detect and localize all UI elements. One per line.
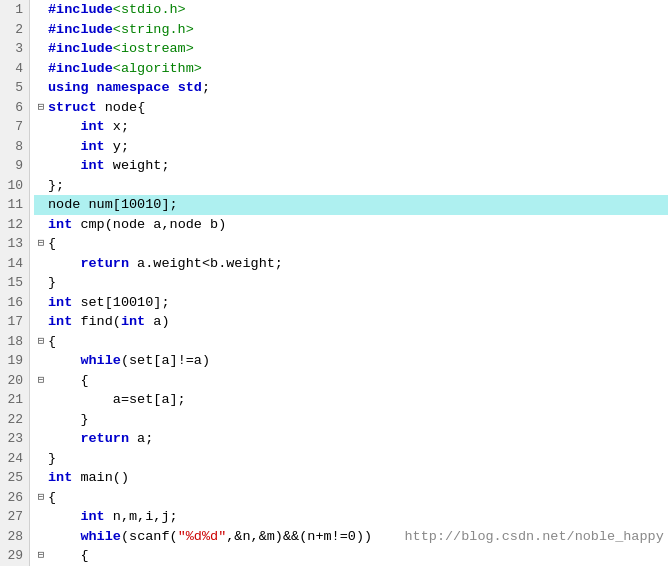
code-token: set: [72, 293, 104, 313]
line-number: 28: [6, 527, 23, 547]
code-token: "%d%d": [178, 527, 227, 547]
code-token: ;: [202, 78, 210, 98]
code-token: a): [145, 312, 169, 332]
fold-gutter[interactable]: ⊟: [34, 488, 48, 508]
code-token: int: [48, 312, 72, 332]
code-token: {: [48, 332, 56, 352]
line-number: 14: [6, 254, 23, 274]
line-number-gutter: 1234567891011121314151617181920212223242…: [0, 0, 30, 566]
line-number: 12: [6, 215, 23, 235]
code-token: [48, 117, 80, 137]
code-line: ⊟ {: [34, 546, 668, 566]
code-line: int main(): [34, 468, 668, 488]
fold-gutter[interactable]: ⊟: [34, 546, 48, 566]
line-number: 1: [6, 0, 23, 20]
code-token: #include: [48, 59, 113, 79]
code-token: n,m,i,j;: [105, 507, 178, 527]
code-line: ⊟{: [34, 488, 668, 508]
code-token: node: [48, 195, 80, 215]
code-token: a;: [129, 429, 153, 449]
line-number: 11: [6, 195, 23, 215]
code-line: int cmp(node a,node b): [34, 215, 668, 235]
code-token: weight;: [105, 156, 170, 176]
code-line: node num[10010];: [34, 195, 668, 215]
code-token: {: [80, 371, 88, 391]
code-line: int x;: [34, 117, 668, 137]
code-token: int: [80, 137, 104, 157]
code-token: int: [48, 215, 72, 235]
line-number: 23: [6, 429, 23, 449]
fold-gutter[interactable]: ⊟: [34, 98, 48, 118]
fold-gutter[interactable]: ⊟: [34, 371, 48, 391]
code-line: }: [34, 449, 668, 469]
code-token: #include: [48, 0, 113, 20]
code-token: while: [80, 527, 121, 547]
code-line: return a;: [34, 429, 668, 449]
code-token: int: [121, 312, 145, 332]
code-line: }: [34, 273, 668, 293]
code-token: {: [137, 98, 145, 118]
code-token: (set[a]!=a): [121, 351, 210, 371]
code-token: [48, 527, 80, 547]
code-token: [48, 351, 80, 371]
code-line: int y;: [34, 137, 668, 157]
line-number: 26: [6, 488, 23, 508]
code-line: #include<string.h>: [34, 20, 668, 40]
code-line: };: [34, 176, 668, 196]
code-token: [48, 254, 80, 274]
line-number: 8: [6, 137, 23, 157]
code-token: (: [121, 527, 129, 547]
code-token: {: [48, 488, 56, 508]
code-token: using namespace: [48, 78, 178, 98]
code-token: <string.h>: [113, 20, 194, 40]
line-number: 6: [6, 98, 23, 118]
line-number: 3: [6, 39, 23, 59]
fold-gutter[interactable]: ⊟: [34, 234, 48, 254]
code-line: #include<algorithm>: [34, 59, 668, 79]
code-token: [48, 156, 80, 176]
code-line: int n,m,i,j;: [34, 507, 668, 527]
code-token: [372, 527, 404, 547]
code-token: num: [80, 195, 112, 215]
line-number: 19: [6, 351, 23, 371]
code-token: http://blog.csdn.net/noble_happy: [405, 527, 664, 547]
code-token: a.weight: [129, 254, 202, 274]
code-token: [48, 371, 80, 391]
line-number: 22: [6, 410, 23, 430]
code-token: node: [105, 98, 137, 118]
line-number: 29: [6, 546, 23, 566]
code-token: [48, 507, 80, 527]
code-token: <stdio.h>: [113, 0, 186, 20]
line-number: 27: [6, 507, 23, 527]
code-token: [48, 410, 80, 430]
code-token: <: [202, 254, 210, 274]
code-token: y;: [105, 137, 129, 157]
code-line: ⊟ {: [34, 371, 668, 391]
code-line: int find(int a): [34, 312, 668, 332]
code-token: (: [170, 527, 178, 547]
line-number: 4: [6, 59, 23, 79]
line-number: 18: [6, 332, 23, 352]
code-token: [48, 429, 80, 449]
code-token: int: [80, 156, 104, 176]
code-token: return: [80, 254, 129, 274]
line-number: 25: [6, 468, 23, 488]
code-token: cmp(node a,node b): [72, 215, 226, 235]
code-token: #include: [48, 20, 113, 40]
fold-gutter[interactable]: ⊟: [34, 332, 48, 352]
line-number: 7: [6, 117, 23, 137]
code-token: };: [48, 176, 64, 196]
code-area[interactable]: #include<stdio.h>#include<string.h>#incl…: [30, 0, 668, 566]
code-token: [10010]: [105, 293, 162, 313]
code-token: <algorithm>: [113, 59, 202, 79]
code-line: ⊟{: [34, 332, 668, 352]
code-editor: 1234567891011121314151617181920212223242…: [0, 0, 668, 566]
code-token: {: [80, 546, 88, 566]
code-token: ,&n,&m)&&(n+m!=0)): [226, 527, 372, 547]
code-token: }: [48, 449, 56, 469]
code-line: #include<iostream>: [34, 39, 668, 59]
code-token: <iostream>: [113, 39, 194, 59]
line-number: 9: [6, 156, 23, 176]
code-line: int set[10010];: [34, 293, 668, 313]
code-token: while: [80, 351, 121, 371]
